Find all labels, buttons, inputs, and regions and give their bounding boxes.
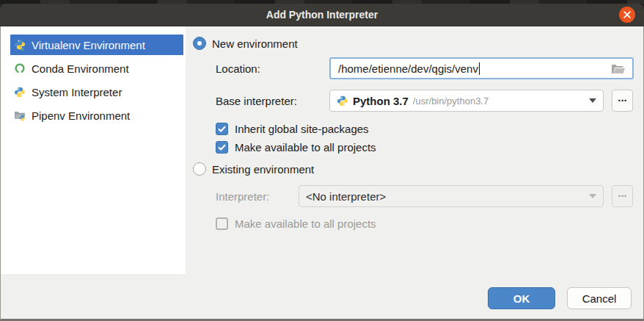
interpreter-value: <No interpreter>: [306, 190, 386, 203]
inherit-site-packages-label: Inherit global site-packages: [235, 123, 369, 135]
location-row: Location: /home/etienne/dev/qgis/venv: [216, 57, 634, 79]
existing-environment-option[interactable]: Existing environment: [193, 161, 634, 177]
conda-icon: [14, 62, 26, 74]
base-interpreter-browse-button[interactable]: ...: [612, 90, 633, 112]
inherit-site-packages-checkbox[interactable]: [216, 123, 228, 135]
ok-button[interactable]: OK: [488, 287, 555, 309]
dialog-titlebar[interactable]: Add Python Interpreter: [0, 4, 644, 26]
cancel-button[interactable]: Cancel: [567, 287, 632, 309]
sidebar-item-label: Pipenv Environment: [32, 109, 130, 122]
base-interpreter-row: Base interpreter: Python 3.7 /usr/bin/py…: [216, 90, 634, 112]
make-available-option[interactable]: Make available to all projects: [216, 140, 634, 155]
sidebar-item-pipenv[interactable]: Pipenv Environment: [10, 105, 183, 126]
svg-text:v: v: [21, 46, 24, 51]
sidebar-item-virtualenv[interactable]: v Virtualenv Environment: [10, 35, 183, 55]
dialog-footer: OK Cancel: [0, 274, 644, 321]
folder-icon[interactable]: [612, 64, 625, 73]
pipenv-folder-icon: [14, 109, 26, 121]
check-icon: [218, 126, 226, 132]
chevron-down-icon: [589, 194, 596, 198]
existing-make-available-checkbox: [216, 217, 228, 230]
new-environment-radio[interactable]: [193, 37, 206, 50]
location-label: Location:: [216, 62, 329, 75]
close-icon: [623, 11, 631, 18]
existing-environment-radio[interactable]: [193, 162, 206, 176]
make-available-label: Make available to all projects: [235, 141, 376, 154]
sidebar-item-conda[interactable]: Conda Environment: [10, 58, 183, 79]
new-environment-option[interactable]: New environment: [193, 35, 634, 51]
existing-make-available-option: Make available to all projects: [216, 216, 634, 231]
check-icon: [218, 144, 226, 151]
sidebar-item-label: Virtualenv Environment: [32, 39, 145, 51]
sidebar-item-system[interactable]: System Interpreter: [10, 82, 183, 102]
interpreter-select: <No interpreter>: [299, 185, 604, 207]
base-interpreter-path: /usr/bin/python3.7: [413, 95, 489, 107]
dialog-title: Add Python Interpreter: [266, 9, 378, 21]
add-interpreter-dialog: Add Python Interpreter v Virtualenv Envi…: [0, 0, 644, 321]
base-interpreter-label: Base interpreter:: [216, 95, 329, 107]
location-input[interactable]: /home/etienne/dev/qgis/venv: [329, 57, 634, 79]
virtualenv-settings-panel: New environment Location: /home/etienne/…: [186, 26, 644, 274]
existing-make-available-label: Make available to all projects: [235, 217, 376, 230]
interpreter-browse-button: ...: [612, 185, 633, 207]
interpreter-type-sidebar: v Virtualenv Environment Conda Environme…: [1, 26, 186, 274]
location-value: /home/etienne/dev/qgis/venv: [338, 62, 478, 75]
new-environment-label: New environment: [212, 37, 298, 50]
existing-environment-label: Existing environment: [212, 163, 314, 176]
text-caret: [479, 62, 480, 75]
inherit-site-packages-option[interactable]: Inherit global site-packages: [216, 121, 634, 137]
close-button[interactable]: [619, 7, 635, 23]
sidebar-item-label: Conda Environment: [32, 62, 129, 75]
chevron-down-icon: [589, 98, 596, 103]
sidebar-item-label: System Interpreter: [32, 86, 122, 98]
interpreter-label: Interpreter:: [216, 190, 299, 203]
make-available-checkbox[interactable]: [216, 141, 228, 154]
python-icon: [14, 86, 26, 98]
python-icon: [337, 95, 348, 107]
base-interpreter-name: Python 3.7: [353, 95, 409, 107]
interpreter-row: Interpreter: <No interpreter> ...: [216, 185, 634, 207]
base-interpreter-select[interactable]: Python 3.7 /usr/bin/python3.7: [329, 90, 604, 112]
python-venv-icon: v: [14, 39, 26, 51]
